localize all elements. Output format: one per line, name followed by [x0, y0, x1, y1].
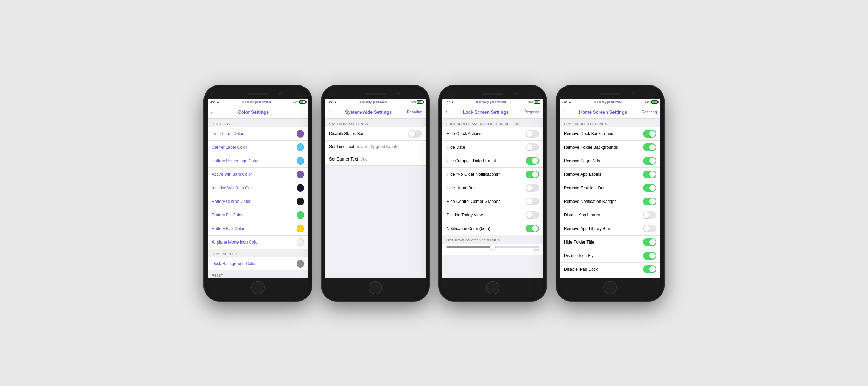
list-item[interactable]: Remove App Library Blur [560, 222, 660, 236]
camera-icon [279, 92, 282, 95]
battery-percentage: 91% [645, 100, 651, 104]
field-value[interactable]: Joe [361, 157, 367, 162]
home-button[interactable] [369, 281, 382, 294]
phone-color-settings: Joe▲is a really good tweak!70%‹Color Set… [204, 85, 312, 301]
toggle[interactable] [526, 130, 539, 138]
list-item[interactable]: Remove Dock Background [560, 127, 660, 141]
list-item[interactable]: Airplane Mode Icon Color [208, 236, 308, 249]
toggle-knob [649, 171, 656, 178]
list-item[interactable]: Hide Folder Title [560, 236, 660, 249]
status-center-text: is a really good tweak! [476, 100, 506, 104]
list-item[interactable]: Disable Today View [442, 208, 543, 222]
toggle[interactable] [643, 225, 656, 232]
color-dot[interactable] [297, 260, 304, 268]
respring-button[interactable]: Respring [524, 110, 540, 114]
list-item[interactable]: Disable App Library [560, 208, 660, 222]
home-button[interactable] [603, 281, 617, 294]
slider-row[interactable]: 1.00 [442, 244, 543, 255]
toggle-knob [644, 225, 650, 232]
battery-fill [652, 101, 657, 103]
list-item[interactable]: Carrier Label Color [208, 141, 308, 154]
toggle[interactable] [408, 130, 422, 138]
list-item[interactable]: Battery Outline Color [208, 195, 308, 208]
item-label: Remove Page Dots [564, 158, 600, 163]
toggle[interactable] [526, 143, 539, 151]
speaker [482, 93, 503, 95]
item-label: Hide Date [446, 145, 465, 150]
toggle-knob [526, 185, 533, 191]
section-header: RESET [208, 270, 308, 278]
battery-icon [299, 100, 306, 104]
list-item[interactable]: Hide "No Older Notifications" [442, 168, 543, 181]
list-item[interactable]: Hide Quick Actions [442, 127, 543, 141]
color-dot[interactable] [297, 225, 304, 232]
toggle-knob [532, 225, 538, 232]
list-item[interactable]: Disable iPad Dock [560, 263, 660, 276]
section-header: STATUS BAR [208, 119, 308, 127]
list-item[interactable]: Remove Testflight Dot [560, 181, 660, 195]
list-item[interactable]: Remove Page Dots [560, 154, 660, 168]
toggle[interactable] [526, 211, 539, 219]
list-item[interactable]: Dock Background Color [208, 257, 308, 270]
toggle[interactable] [643, 143, 656, 151]
text-field-row[interactable]: Set Time Textis a really good tweak! [325, 141, 426, 153]
item-label: Hide Home Bar [446, 186, 475, 190]
toggle-knob [649, 131, 656, 137]
item-label: Use Compact Date Format [446, 158, 496, 163]
color-dot[interactable] [297, 157, 304, 165]
color-dot[interactable] [297, 211, 304, 219]
toggle[interactable] [643, 198, 656, 205]
home-button[interactable] [251, 281, 265, 294]
list-item[interactable]: Active Wifi Bars Color [208, 168, 308, 181]
toggle[interactable] [643, 184, 656, 192]
color-dot[interactable] [297, 143, 304, 151]
toggle[interactable] [643, 157, 656, 165]
list-item[interactable]: Remove Notification Badges [560, 195, 660, 208]
field-value[interactable]: is a really good tweak! [357, 144, 398, 149]
toggle[interactable] [526, 198, 539, 205]
toggle[interactable] [526, 184, 539, 192]
home-button[interactable] [486, 281, 499, 294]
list-item[interactable]: Notification Color (beta) [442, 222, 543, 235]
item-label: Time Label Color [212, 131, 243, 136]
phone-top [208, 89, 308, 99]
toggle[interactable] [526, 171, 539, 178]
color-dot[interactable] [297, 198, 304, 205]
toggle[interactable] [526, 225, 539, 232]
toggle[interactable] [643, 211, 656, 219]
respring-button[interactable]: Respring [407, 110, 422, 114]
phones-container: Joe▲is a really good tweak!70%‹Color Set… [204, 85, 664, 301]
slider-thumb[interactable] [490, 244, 495, 250]
color-dot[interactable] [297, 238, 304, 246]
toggle[interactable] [643, 238, 656, 246]
list-item[interactable]: Hide Control Center Grabber [442, 195, 543, 208]
respring-button[interactable]: Respring [642, 110, 657, 114]
list-item[interactable]: Hide Home Bar [442, 181, 543, 195]
list-item[interactable]: Battery Fill Color [208, 208, 308, 222]
list-item[interactable]: Remove Folder Backgrounds [560, 141, 660, 154]
toggle[interactable] [643, 265, 656, 273]
toggle[interactable] [643, 130, 656, 138]
text-field-row[interactable]: Set Carrier TextJoe [325, 153, 426, 166]
list-item[interactable]: Battery Bolt Color [208, 222, 308, 236]
nav-bar: ‹System-wide SettingsRespring [325, 106, 426, 119]
list-item[interactable]: Battery Percentage Color [208, 154, 308, 168]
battery-percentage: 70% [293, 100, 299, 104]
list-item[interactable]: Hide Date [442, 141, 543, 154]
color-dot[interactable] [297, 184, 304, 192]
item-label: Remove Dock Background [564, 131, 614, 136]
toggle[interactable] [643, 171, 656, 178]
list-item[interactable]: Remove App Labels [560, 168, 660, 181]
item-label: Remove Testflight Dot [564, 186, 604, 190]
toggle-knob [526, 131, 533, 137]
list-item[interactable]: Disable Icon Fly [560, 249, 660, 263]
toggle[interactable] [643, 252, 656, 260]
color-dot[interactable] [297, 171, 304, 178]
list-item[interactable]: Inactive Wifi Bars Color [208, 181, 308, 195]
list-item[interactable]: Disable Status Bar [325, 127, 426, 141]
toggle[interactable] [526, 157, 539, 165]
list-item[interactable]: Time Label Color [208, 127, 308, 141]
list-item[interactable]: Use Compact Date Format [442, 154, 543, 168]
color-dot[interactable] [297, 130, 304, 138]
status-center-text: is a really good tweak! [594, 100, 623, 104]
